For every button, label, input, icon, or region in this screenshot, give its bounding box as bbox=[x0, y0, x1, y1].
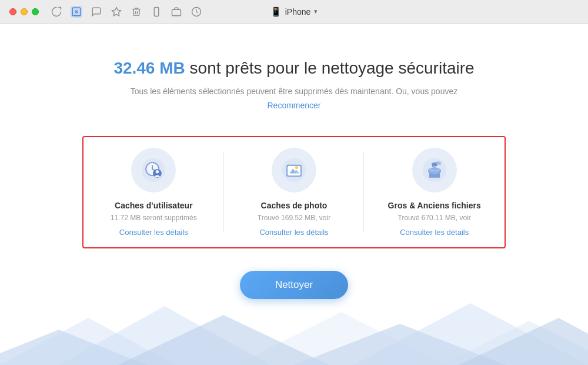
toolbar-icon-briefcase[interactable] bbox=[171, 6, 182, 18]
titlebar-center: 📱 iPhone ▾ bbox=[270, 6, 318, 17]
photo-cache-desc: Trouvé 169.52 MB, voir bbox=[258, 214, 330, 222]
subtitle: Tous les éléments sélectionnés peuvent ê… bbox=[113, 85, 474, 112]
title-rest: sont prêts pour le nettoyage sécuritaire bbox=[185, 59, 475, 77]
cards-row: Caches d'utilisateur 11.72 MB seront sup… bbox=[82, 136, 506, 248]
photo-cache-icon bbox=[281, 157, 307, 183]
svg-point-18 bbox=[295, 165, 299, 169]
toolbar-icon-trash[interactable] bbox=[131, 6, 142, 18]
user-cache-link[interactable]: Consulter les détails bbox=[119, 228, 188, 237]
toolbar-icon-clean[interactable] bbox=[71, 6, 82, 18]
large-files-desc: Trouvé 670.11 MB, voir bbox=[398, 214, 471, 222]
user-cache-icon bbox=[141, 157, 166, 183]
bottom-decoration bbox=[0, 294, 588, 365]
svg-point-12 bbox=[156, 170, 159, 174]
user-cache-title: Caches d'utilisateur bbox=[115, 201, 192, 210]
user-cache-icon-circle bbox=[131, 148, 176, 193]
toolbar-icon-recycle[interactable] bbox=[51, 6, 62, 18]
traffic-lights bbox=[9, 8, 39, 15]
device-name: iPhone bbox=[285, 7, 311, 16]
user-cache-desc: 11.72 MB seront supprimés bbox=[111, 214, 197, 222]
large-files-link[interactable]: Consulter les détails bbox=[400, 228, 469, 237]
large-files-title: Gros & Anciens fichiers bbox=[388, 201, 481, 210]
card-user-cache: Caches d'utilisateur 11.72 MB seront sup… bbox=[83, 142, 224, 243]
subtitle-line1: Tous les éléments sélectionnés peuvent ê… bbox=[131, 87, 457, 96]
titlebar: 📱 iPhone ▾ bbox=[0, 0, 588, 24]
toolbar-icon-phone[interactable] bbox=[151, 6, 162, 18]
toolbar-icon-chat[interactable] bbox=[91, 6, 102, 18]
device-icon: 📱 bbox=[270, 6, 282, 17]
recommencer-link[interactable]: Recommencer bbox=[113, 99, 474, 112]
main-title: 32.46 MB sont prêts pour le nettoyage sé… bbox=[113, 59, 474, 78]
large-files-icon bbox=[422, 157, 447, 183]
toolbar-icon-history[interactable] bbox=[191, 6, 202, 18]
photo-cache-title: Caches de photo bbox=[261, 201, 328, 210]
heading-area: 32.46 MB sont prêts pour le nettoyage sé… bbox=[113, 59, 474, 112]
card-photo-cache: Caches de photo Trouvé 169.52 MB, voir C… bbox=[224, 142, 365, 243]
photo-cache-icon-circle bbox=[272, 148, 316, 193]
size-highlight: 32.46 MB bbox=[113, 59, 185, 77]
chevron-down-icon[interactable]: ▾ bbox=[314, 8, 318, 15]
photo-cache-link[interactable]: Consulter les détails bbox=[259, 228, 328, 237]
minimize-button[interactable] bbox=[21, 8, 28, 15]
main-content: 32.46 MB sont prêts pour le nettoyage sé… bbox=[0, 24, 588, 365]
large-files-icon-circle bbox=[412, 148, 457, 193]
maximize-button[interactable] bbox=[32, 8, 39, 15]
card-large-files: Gros & Anciens fichiers Trouvé 670.11 MB… bbox=[364, 142, 505, 243]
toolbar bbox=[51, 6, 202, 18]
toolbar-icon-star[interactable] bbox=[111, 6, 122, 18]
svg-marker-1 bbox=[112, 7, 121, 15]
svg-rect-4 bbox=[172, 9, 181, 16]
close-button[interactable] bbox=[9, 8, 16, 15]
svg-rect-2 bbox=[154, 7, 159, 16]
